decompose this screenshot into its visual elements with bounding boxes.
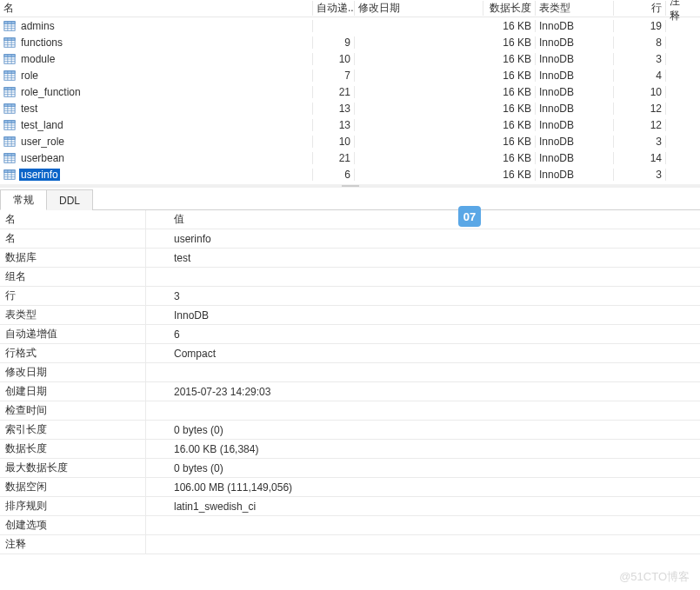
- property-value: 3: [146, 290, 700, 302]
- properties-header-val[interactable]: 值: [146, 212, 700, 227]
- cell-table-type: InnoDB: [536, 86, 614, 98]
- header-auto-inc[interactable]: 自动递...: [313, 1, 355, 16]
- property-row[interactable]: 修改日期: [0, 363, 700, 382]
- cell-data-length: 16 KB: [483, 169, 536, 181]
- property-key: 索引长度: [0, 421, 146, 439]
- svg-rect-43: [4, 136, 15, 139]
- table-name: functions: [19, 36, 64, 49]
- table-row[interactable]: test_land 13 16 KB InnoDB 12: [0, 116, 700, 133]
- table-row[interactable]: role_function 21 16 KB InnoDB 10: [0, 83, 700, 100]
- cell-data-length: 16 KB: [483, 103, 536, 115]
- property-key: 修改日期: [0, 363, 146, 381]
- property-row[interactable]: 创建日期 2015-07-23 14:29:03: [0, 382, 700, 401]
- table-name: role: [19, 70, 40, 82]
- table-row[interactable]: user_role 10 16 KB InnoDB 3: [0, 133, 700, 149]
- property-key: 行格式: [0, 344, 146, 362]
- property-key: 自动递增值: [0, 325, 146, 343]
- cell-data-length: 16 KB: [483, 20, 536, 32]
- table-row[interactable]: module 10 16 KB InnoDB 3: [0, 50, 700, 67]
- property-value: test: [146, 252, 700, 264]
- table-row[interactable]: test 13 16 KB InnoDB 12: [0, 100, 700, 116]
- splitter-handle[interactable]: [0, 184, 700, 188]
- badge-icon: 07: [458, 206, 481, 227]
- property-key: 数据长度: [0, 440, 146, 458]
- table-row[interactable]: userinfo 6 16 KB InnoDB 3: [0, 166, 700, 182]
- cell-rows: 10: [614, 86, 666, 98]
- property-row[interactable]: 名 userinfo: [0, 229, 700, 249]
- header-comment[interactable]: 注释: [666, 0, 692, 23]
- table-icon: [3, 169, 16, 181]
- property-key: 数据空闲: [0, 478, 146, 496]
- table-name: module: [19, 53, 57, 65]
- property-value: latin1_swedish_ci: [146, 501, 700, 513]
- cell-table-type: InnoDB: [536, 169, 614, 181]
- header-data-length[interactable]: 数据长度: [483, 1, 536, 16]
- table-name: test_land: [19, 119, 65, 131]
- property-value: userinfo: [146, 233, 700, 245]
- cell-data-length: 16 KB: [483, 119, 536, 131]
- tab-ddl[interactable]: DDL: [46, 189, 93, 210]
- property-row[interactable]: 行格式 Compact: [0, 344, 700, 363]
- property-value: 106.00 MB (111,149,056): [146, 481, 700, 494]
- table-icon: [3, 70, 16, 82]
- property-row[interactable]: 数据库 test: [0, 249, 700, 268]
- cell-table-type: InnoDB: [536, 136, 614, 148]
- property-key: 表类型: [0, 306, 146, 324]
- property-row[interactable]: 最大数据长度 0 bytes (0): [0, 459, 700, 478]
- property-row[interactable]: 注释: [0, 535, 700, 554]
- table-icon: [3, 136, 16, 148]
- table-name: role_function: [19, 86, 83, 98]
- property-row[interactable]: 自动递增值 6: [0, 325, 700, 344]
- cell-rows: 19: [614, 20, 666, 32]
- property-row[interactable]: 行 3: [0, 287, 700, 306]
- header-rows[interactable]: 行: [614, 1, 666, 16]
- table-row[interactable]: role 7 16 KB InnoDB 4: [0, 67, 700, 83]
- property-key: 创建选项: [0, 516, 146, 534]
- svg-rect-55: [4, 169, 15, 172]
- table-row[interactable]: functions 9 16 KB InnoDB 8: [0, 34, 700, 50]
- property-row[interactable]: 索引长度 0 bytes (0): [0, 421, 700, 440]
- header-table-type[interactable]: 表类型: [536, 1, 614, 16]
- table-icon: [3, 53, 16, 65]
- table-row[interactable]: admins 16 KB InnoDB 19: [0, 17, 700, 34]
- cell-table-type: InnoDB: [536, 36, 614, 49]
- svg-rect-7: [4, 37, 15, 40]
- property-value: Compact: [146, 348, 700, 360]
- property-value: InnoDB: [146, 309, 700, 322]
- property-key: 组名: [0, 268, 146, 286]
- cell-data-length: 16 KB: [483, 152, 536, 164]
- property-key: 名: [0, 229, 146, 248]
- table-row[interactable]: userbean 21 16 KB InnoDB 14: [0, 149, 700, 166]
- property-row[interactable]: 数据长度 16.00 KB (16,384): [0, 440, 700, 459]
- tab-general[interactable]: 常规: [0, 189, 47, 210]
- cell-table-type: InnoDB: [536, 119, 614, 131]
- svg-rect-19: [4, 70, 15, 73]
- watermark: @51CTO博客: [619, 569, 690, 585]
- property-row[interactable]: 表类型 InnoDB: [0, 306, 700, 325]
- property-row[interactable]: 组名: [0, 268, 700, 287]
- cell-auto-inc: 10: [313, 53, 355, 65]
- property-row[interactable]: 检查时间: [0, 401, 700, 421]
- tables-header: 名 自动递... 修改日期 数据长度 表类型 行 注释: [0, 0, 700, 17]
- property-row[interactable]: 排序规则 latin1_swedish_ci: [0, 497, 700, 516]
- property-row[interactable]: 创建选项: [0, 516, 700, 535]
- cell-rows: 3: [614, 53, 666, 65]
- property-key: 检查时间: [0, 401, 146, 420]
- cell-rows: 3: [614, 136, 666, 148]
- table-icon: [3, 86, 16, 98]
- table-name: userbean: [19, 152, 66, 164]
- cell-table-type: InnoDB: [536, 152, 614, 164]
- cell-table-type: InnoDB: [536, 20, 614, 32]
- properties-header-key[interactable]: 名: [0, 210, 146, 229]
- cell-rows: 3: [614, 169, 666, 181]
- table-icon: [3, 36, 16, 49]
- header-modify-date[interactable]: 修改日期: [355, 1, 483, 16]
- cell-table-type: InnoDB: [536, 53, 614, 65]
- tables-grid: 名 自动递... 修改日期 数据长度 表类型 行 注释 admins 16 KB…: [0, 0, 700, 182]
- property-key: 最大数据长度: [0, 459, 146, 477]
- cell-auto-inc: 21: [313, 152, 355, 164]
- cell-table-type: InnoDB: [536, 70, 614, 82]
- property-row[interactable]: 数据空闲 106.00 MB (111,149,056): [0, 478, 700, 497]
- header-name[interactable]: 名: [0, 1, 313, 16]
- svg-rect-49: [4, 153, 15, 156]
